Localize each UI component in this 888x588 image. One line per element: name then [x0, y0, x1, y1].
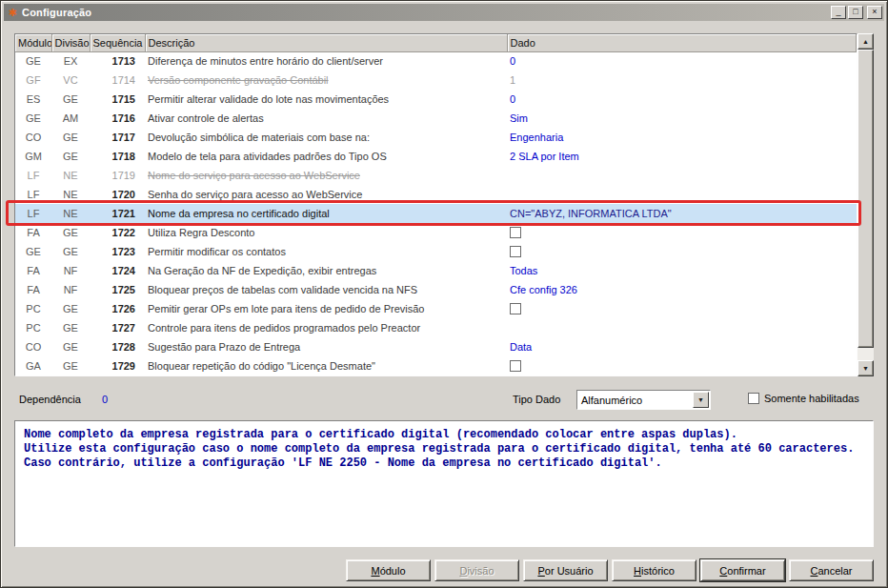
cell-dado: 1 — [507, 71, 857, 90]
column-header-descricao[interactable]: Descrição — [145, 34, 507, 51]
tipo-dado-select[interactable]: Alfanumérico ▼ — [576, 390, 711, 410]
table-row[interactable]: GE EX 1713 Diferença de minutos entre ho… — [15, 51, 857, 71]
cell-sequencia: 1719 — [90, 166, 145, 185]
table-row[interactable]: GM GE 1718 Modelo de tela para atividade… — [15, 147, 857, 166]
table-row[interactable]: CO GE 1728 Sugestão para Prazo de Entreg… — [15, 337, 857, 356]
cell-divisao: GE — [51, 223, 90, 242]
scrollbar-track[interactable] — [858, 50, 874, 360]
minimize-button[interactable]: _ — [831, 6, 846, 19]
cell-dado: 2 SLA por Item — [507, 147, 857, 166]
cell-divisao: GE — [51, 90, 90, 109]
cell-dado: Cfe config 326 — [507, 280, 857, 299]
somente-habilitadas-label: Somente habilitadas — [764, 393, 859, 404]
config-grid: Módulo Divisão Sequência Descrição Dado … — [14, 33, 874, 376]
cell-modulo: GE — [15, 51, 51, 71]
por-usuario-button[interactable]: Por Usuário — [523, 559, 608, 581]
titlebar[interactable]: ✱ Configuração _ □ × — [4, 4, 884, 21]
row-value-checkbox[interactable] — [510, 303, 521, 314]
middle-bar: Dependência 0 Tipo Dado Alfanumérico ▼ S… — [14, 389, 874, 410]
cell-modulo: FA — [15, 280, 51, 299]
table-row[interactable]: FA NF 1724 Na Geração da NF de Expedição… — [15, 261, 857, 280]
cell-descricao: Utiliza Regra Desconto — [145, 223, 507, 242]
maximize-button[interactable]: □ — [848, 6, 863, 19]
cell-divisao: GE — [51, 242, 90, 261]
confirmar-button[interactable]: Confirmar — [700, 559, 785, 581]
cell-dado: CN="ABYZ, INFORMATICA LTDA" — [507, 204, 857, 223]
table-row[interactable]: GA GE 1729 Bloquear repetição do código … — [15, 356, 857, 375]
scroll-up-icon[interactable]: ▲ — [858, 33, 874, 50]
cell-divisao: VC — [51, 71, 90, 90]
table-row[interactable]: GF VC 1714 Versão componente gravação Co… — [15, 71, 857, 90]
cell-sequencia: 1720 — [90, 185, 145, 204]
cell-descricao: Na Geração da NF de Expedição, exibir en… — [145, 261, 507, 280]
cell-divisao: AM — [51, 109, 90, 128]
cell-modulo: LF — [15, 166, 51, 185]
cell-modulo: CO — [15, 337, 51, 356]
cell-dado — [507, 299, 857, 318]
cell-sequencia: 1717 — [90, 128, 145, 147]
dropdown-arrow-icon[interactable]: ▼ — [693, 392, 709, 408]
cell-dado — [507, 166, 857, 185]
row-value-checkbox[interactable] — [510, 360, 521, 372]
table-row[interactable]: LF NE 1721 Nome da empresa no certificad… — [15, 204, 857, 223]
cell-dado: 0 — [507, 90, 857, 109]
table-row[interactable]: GE GE 1723 Permitir modificar os contato… — [15, 242, 857, 261]
cell-sequencia: 1728 — [90, 337, 145, 356]
cell-descricao: Sugestão para Prazo de Entrega — [145, 337, 507, 356]
close-button[interactable]: × — [867, 6, 882, 19]
somente-habilitadas-group[interactable]: Somente habilitadas — [748, 393, 859, 404]
tipo-dado-label: Tipo Dado — [513, 394, 560, 405]
scrollbar-thumb[interactable] — [858, 50, 874, 348]
scroll-down-icon[interactable]: ▼ — [858, 360, 874, 376]
column-header-dado[interactable]: Dado — [507, 34, 857, 51]
table-row[interactable]: GE AM 1716 Ativar controle de alertas Si… — [15, 109, 857, 128]
column-header-modulo[interactable]: Módulo — [15, 34, 51, 51]
cell-dado: Engenharia — [507, 128, 857, 147]
cell-divisao: NE — [51, 204, 90, 223]
cell-sequencia: 1725 — [90, 280, 145, 299]
cell-descricao: Modelo de tela para atividades padrões d… — [145, 147, 507, 166]
table-row[interactable]: PC GE 1726 Pemitir gerar OPs em lote par… — [15, 299, 857, 318]
table-row[interactable]: CO GE 1717 Devolução simbólica de materi… — [15, 128, 857, 147]
row-value-checkbox[interactable] — [510, 246, 521, 257]
table-row[interactable]: FA NF 1725 Bloquear preços de tabelas co… — [15, 280, 857, 299]
cell-modulo: GM — [15, 147, 51, 166]
window-title: Configuração — [22, 7, 828, 18]
config-table: Módulo Divisão Sequência Descrição Dado … — [15, 34, 857, 375]
vertical-scrollbar[interactable]: ▲ ▼ — [858, 33, 874, 376]
cell-modulo: LF — [15, 204, 51, 223]
cell-descricao: Devolução simbólica de materiais com bas… — [145, 128, 507, 147]
table-row[interactable]: FA GE 1722 Utiliza Regra Desconto — [15, 223, 857, 242]
cell-divisao: NE — [51, 166, 90, 185]
cell-modulo: PC — [15, 299, 51, 318]
description-line-3: Caso contrário, utilize a configuração '… — [24, 456, 864, 471]
column-header-sequencia[interactable]: Sequência — [90, 34, 145, 51]
table-row[interactable]: ES GE 1715 Permitir alterar validade do … — [15, 90, 857, 109]
cell-sequencia: 1724 — [90, 261, 145, 280]
cell-dado — [507, 185, 857, 204]
window-controls: _ □ × — [831, 6, 882, 19]
description-box: Nome completo da empresa registrada para… — [14, 420, 874, 547]
somente-habilitadas-checkbox[interactable] — [748, 393, 759, 404]
cell-modulo: GA — [15, 356, 51, 375]
cancelar-button[interactable]: Cancelar — [789, 559, 874, 581]
cell-descricao: Bloquear repetição do código "Licença De… — [145, 356, 507, 375]
cell-sequencia: 1726 — [90, 299, 145, 318]
cell-dado: Data — [507, 337, 857, 356]
table-header-row: Módulo Divisão Sequência Descrição Dado — [15, 34, 857, 51]
modulo-button[interactable]: Módulo — [346, 559, 431, 581]
cell-sequencia: 1713 — [90, 51, 145, 71]
cell-modulo: ES — [15, 90, 51, 109]
column-header-divisao[interactable]: Divisão — [51, 34, 90, 51]
row-value-checkbox[interactable] — [510, 227, 521, 238]
table-row[interactable]: LF NE 1720 Senha do serviço para acesso … — [15, 185, 857, 204]
cell-divisao: NE — [51, 185, 90, 204]
table-row[interactable]: PC GE 1727 Controle para itens de pedido… — [15, 318, 857, 337]
cell-sequencia: 1721 — [90, 204, 145, 223]
cell-divisao: NF — [51, 261, 90, 280]
table-row[interactable]: LF NE 1719 Nome do serviço para acesso a… — [15, 166, 857, 185]
cell-sequencia: 1722 — [90, 223, 145, 242]
cell-divisao: GE — [51, 299, 90, 318]
historico-button[interactable]: Histórico — [612, 559, 696, 581]
cell-dado: 0 — [507, 51, 857, 71]
